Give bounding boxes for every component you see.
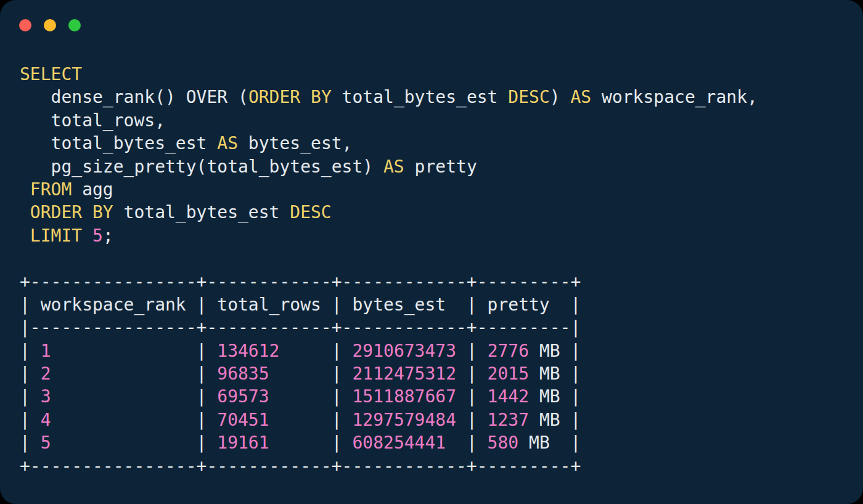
pretty-unit: MB | bbox=[529, 386, 581, 407]
sql-keyword: AS bbox=[570, 87, 591, 107]
workspace-rank-value: 4 bbox=[41, 410, 51, 430]
window-controls bbox=[19, 19, 81, 31]
sql-line-from: FROM agg bbox=[20, 178, 758, 201]
sql-text bbox=[82, 226, 92, 246]
pretty-value: 1237 bbox=[488, 410, 529, 430]
table-bottom-border: +----------------+------------+---------… bbox=[20, 455, 758, 478]
terminal-content: SELECT dense_rank() OVER (ORDER BY total… bbox=[20, 63, 758, 478]
table-cell-divider: | bbox=[51, 433, 218, 453]
bytes-est-value: 608254441 bbox=[352, 433, 446, 453]
table-cell-divider: | bbox=[456, 341, 488, 361]
table-cell-divider: | bbox=[456, 364, 488, 384]
pretty-value: 580 bbox=[488, 433, 519, 453]
pretty-unit: MB | bbox=[529, 341, 581, 361]
table-row: | 5 | 19161 | 608254441 | 580 MB | bbox=[20, 431, 758, 454]
table-cell-divider: | bbox=[51, 386, 218, 407]
sql-text: total_rows, bbox=[20, 110, 165, 131]
sql-keyword: DESC bbox=[290, 202, 331, 222]
table-cell-divider: | bbox=[456, 410, 488, 430]
sql-line-order-by: ORDER BY total_bytes_est DESC bbox=[20, 201, 758, 224]
sql-text: total_bytes_est bbox=[113, 202, 290, 222]
pretty-unit: MB | bbox=[529, 410, 581, 430]
sql-text bbox=[20, 226, 30, 246]
table-cell-divider: | bbox=[456, 386, 488, 407]
table-border-text: |----------------+------------+---------… bbox=[20, 317, 581, 338]
sql-keyword: SELECT bbox=[20, 64, 82, 84]
pretty-value: 2776 bbox=[488, 341, 529, 361]
table-separator: |----------------+------------+---------… bbox=[20, 316, 758, 339]
close-button[interactable] bbox=[19, 19, 31, 31]
minimize-button[interactable] bbox=[44, 19, 56, 31]
sql-line-dense-rank: dense_rank() OVER (ORDER BY total_bytes_… bbox=[20, 86, 758, 108]
total-rows-value: 19161 bbox=[217, 433, 269, 453]
table-cell-divider: | bbox=[20, 433, 41, 453]
workspace-rank-value: 1 bbox=[41, 341, 51, 361]
table-row: | 2 | 96835 | 2112475312 | 2015 MB | bbox=[20, 362, 758, 385]
sql-text: pg_size_pretty(total_bytes_est) bbox=[20, 156, 383, 177]
sql-text: pretty bbox=[404, 156, 477, 177]
sql-keyword: LIMIT bbox=[30, 226, 82, 246]
table-header-text: | workspace_rank | total_rows | bytes_es… bbox=[20, 295, 581, 315]
bytes-est-value: 1297579484 bbox=[352, 410, 456, 430]
blank-line bbox=[20, 247, 758, 270]
sql-line-pg-size-pretty: pg_size_pretty(total_bytes_est) AS prett… bbox=[20, 155, 758, 178]
sql-text: bytes_est, bbox=[238, 133, 352, 153]
bytes-est-value: 2112475312 bbox=[352, 364, 456, 384]
table-top-border: +----------------+------------+---------… bbox=[20, 270, 758, 293]
sql-text bbox=[20, 179, 30, 200]
table-row: | 4 | 70451 | 1297579484 | 1237 MB | bbox=[20, 408, 758, 431]
workspace-rank-value: 5 bbox=[41, 433, 51, 453]
sql-text: dense_rank() OVER ( bbox=[20, 87, 248, 107]
table-cell-divider: | bbox=[279, 341, 352, 361]
table-cell-divider: | bbox=[269, 386, 353, 407]
workspace-rank-value: 2 bbox=[41, 364, 51, 384]
table-border-text: +----------------+------------+---------… bbox=[20, 272, 581, 292]
table-cell-divider: | bbox=[20, 410, 41, 430]
sql-keyword: FROM bbox=[30, 179, 72, 200]
pretty-value: 1442 bbox=[488, 386, 529, 407]
sql-text: ) bbox=[550, 87, 571, 107]
pretty-unit: MB | bbox=[518, 433, 581, 453]
sql-text: total_bytes_est bbox=[332, 87, 509, 107]
table-cell-divider: | bbox=[51, 410, 218, 430]
sql-text: total_bytes_est bbox=[20, 133, 217, 153]
table-cell-divider: | bbox=[20, 341, 41, 361]
sql-text bbox=[20, 202, 30, 222]
workspace-rank-value: 3 bbox=[41, 386, 51, 407]
bytes-est-value: 1511887667 bbox=[352, 386, 456, 407]
pretty-value: 2015 bbox=[488, 364, 529, 384]
sql-line-select: SELECT bbox=[20, 63, 758, 86]
table-cell-divider: | bbox=[20, 386, 41, 407]
total-rows-value: 70451 bbox=[217, 410, 269, 430]
sql-number: 5 bbox=[92, 226, 103, 246]
zoom-button[interactable] bbox=[68, 19, 81, 31]
table-cell-divider: | bbox=[20, 364, 41, 384]
sql-line-total-rows: total_rows, bbox=[20, 109, 758, 132]
total-rows-value: 134612 bbox=[217, 341, 279, 361]
sql-keyword: AS bbox=[217, 133, 238, 153]
sql-text: agg bbox=[72, 179, 113, 200]
table-cell-divider: | bbox=[51, 341, 218, 361]
table-row: | 3 | 69573 | 1511887667 | 1442 MB | bbox=[20, 385, 758, 408]
sql-keyword: ORDER BY bbox=[248, 87, 332, 107]
sql-text: ; bbox=[103, 226, 113, 246]
sql-line-limit: LIMIT 5; bbox=[20, 224, 758, 247]
bytes-est-value: 2910673473 bbox=[352, 341, 456, 361]
sql-text: workspace_rank, bbox=[591, 87, 758, 107]
sql-line-bytes-est: total_bytes_est AS bytes_est, bbox=[20, 132, 758, 155]
table-cell-divider: | bbox=[269, 433, 353, 453]
table-cell-divider: | bbox=[51, 364, 218, 384]
total-rows-value: 96835 bbox=[217, 364, 269, 384]
pretty-unit: MB | bbox=[529, 364, 581, 384]
table-cell-divider: | bbox=[446, 433, 487, 453]
total-rows-value: 69573 bbox=[217, 386, 269, 407]
terminal-window: SELECT dense_rank() OVER (ORDER BY total… bbox=[0, 0, 863, 504]
sql-keyword: ORDER BY bbox=[30, 202, 113, 222]
table-cell-divider: | bbox=[269, 364, 353, 384]
table-border-text: +----------------+------------+---------… bbox=[20, 456, 581, 476]
sql-keyword: AS bbox=[383, 156, 404, 177]
table-header-row: | workspace_rank | total_rows | bytes_es… bbox=[20, 293, 758, 316]
sql-keyword: DESC bbox=[508, 87, 549, 107]
table-cell-divider: | bbox=[269, 410, 353, 430]
table-row: | 1 | 134612 | 2910673473 | 2776 MB | bbox=[20, 339, 758, 362]
